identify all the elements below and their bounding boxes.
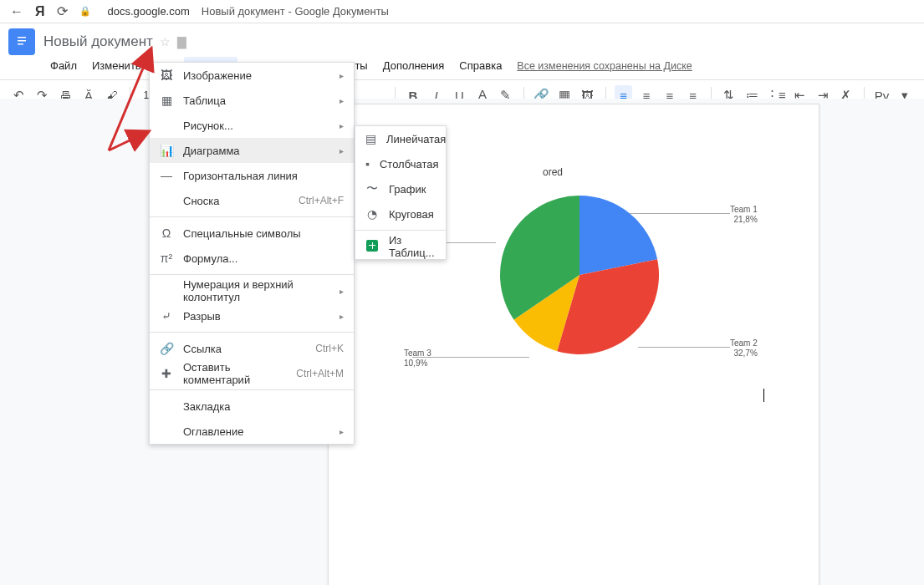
chart-submenu: ▤Линейчатая ▪Столбчатая 〜График ◔Кругова…: [355, 125, 447, 260]
svg-rect-0: [15, 33, 28, 50]
insert-drawing[interactable]: Рисунок...▸: [150, 113, 354, 138]
insert-bookmark[interactable]: Закладка: [150, 394, 354, 419]
link-icon: 🔗: [160, 342, 173, 355]
reload-icon[interactable]: ⟳: [57, 3, 68, 19]
pie-svg: [496, 191, 663, 359]
insert-footnote[interactable]: СноскаCtrl+Alt+F: [150, 188, 354, 213]
menubar: Файл Изменить Вид Вставка Формат Инструм…: [0, 55, 924, 79]
doc-title[interactable]: Новый документ: [43, 33, 153, 50]
pie-label-team1: Team 121,8%: [730, 205, 758, 225]
chart-pie[interactable]: ◔Круговая: [355, 201, 446, 226]
chart-bar[interactable]: ▤Линейчатая: [355, 126, 446, 151]
insert-comment[interactable]: ✚Оставить комментарийCtrl+Alt+M: [150, 361, 354, 386]
insert-table[interactable]: ▦Таблица▸: [150, 88, 354, 113]
menu-help[interactable]: Справка: [452, 57, 508, 74]
insert-header-footer[interactable]: Нумерация и верхний колонтитул▸: [150, 278, 354, 303]
line-chart-icon: 〜: [365, 181, 379, 196]
text-cursor: [763, 389, 764, 402]
star-icon[interactable]: ☆: [160, 35, 171, 48]
chart-title: ored: [543, 166, 563, 178]
pi-icon: π²: [160, 252, 173, 265]
hr-icon: —: [160, 169, 173, 182]
column-chart-icon: ▪: [365, 157, 370, 170]
table-icon: ▦: [160, 94, 173, 107]
url-host: docs.google.com: [108, 5, 190, 18]
browser-bar: ← Я ⟳ 🔒 docs.google.com Новый документ -…: [0, 0, 924, 23]
insert-equation[interactable]: π²Формула...: [150, 246, 354, 271]
doc-header: Новый документ ☆ ▇: [0, 23, 924, 55]
chart-column[interactable]: ▪Столбчатая: [355, 151, 446, 176]
image-icon: 🖼: [160, 69, 173, 82]
menu-file[interactable]: Файл: [43, 57, 84, 74]
bar-chart-icon: ▤: [365, 132, 376, 145]
lock-icon: 🔒: [79, 6, 91, 17]
folder-icon[interactable]: ▇: [177, 35, 186, 48]
insert-break[interactable]: ⤶Разрыв▸: [150, 303, 354, 328]
pie-label-team2: Team 232,7%: [730, 338, 758, 359]
menu-edit[interactable]: Изменить: [85, 57, 148, 74]
svg-rect-1: [18, 37, 26, 38]
insert-image[interactable]: 🖼Изображение▸: [150, 63, 354, 88]
leader-line: [630, 213, 730, 214]
svg-rect-3: [18, 43, 23, 45]
chart-icon: 📊: [160, 144, 173, 157]
leader-line: [638, 347, 730, 348]
insert-link[interactable]: 🔗СсылкаCtrl+K: [150, 336, 354, 361]
insert-toc[interactable]: Оглавление▸: [150, 419, 354, 444]
svg-rect-2: [18, 40, 26, 42]
insert-menu-dropdown: 🖼Изображение▸ ▦Таблица▸ Рисунок...▸ 📊Диа…: [149, 62, 355, 445]
docs-logo-icon[interactable]: [8, 28, 35, 55]
insert-hr[interactable]: —Горизонтальная линия: [150, 163, 354, 188]
save-status[interactable]: Все изменения сохранены на Диске: [517, 60, 692, 72]
sheets-icon: [365, 240, 379, 254]
pie-label-team3: Team 310,9%: [404, 348, 431, 369]
omega-icon: Ω: [160, 226, 173, 240]
insert-chart[interactable]: 📊Диаграмма▸: [150, 138, 354, 163]
back-icon[interactable]: ←: [10, 4, 23, 19]
menu-addons[interactable]: Дополнения: [376, 57, 452, 74]
chart-from-sheets[interactable]: Из Таблиц...: [355, 234, 446, 259]
pie-chart-icon: ◔: [365, 207, 379, 221]
yandex-icon[interactable]: Я: [35, 4, 45, 19]
url-title: Новый документ - Google Документы: [202, 5, 389, 18]
pie-chart[interactable]: ored Team 121,8% Team 232,7% Team 310,9%…: [396, 171, 763, 422]
chart-line[interactable]: 〜График: [355, 176, 446, 201]
workspace: ored Team 121,8% Team 232,7% Team 310,9%…: [0, 99, 924, 585]
break-icon: ⤶: [160, 309, 173, 323]
add-comment-icon: ✚: [160, 367, 173, 380]
insert-special-chars[interactable]: ΩСпециальные символы: [150, 221, 354, 246]
